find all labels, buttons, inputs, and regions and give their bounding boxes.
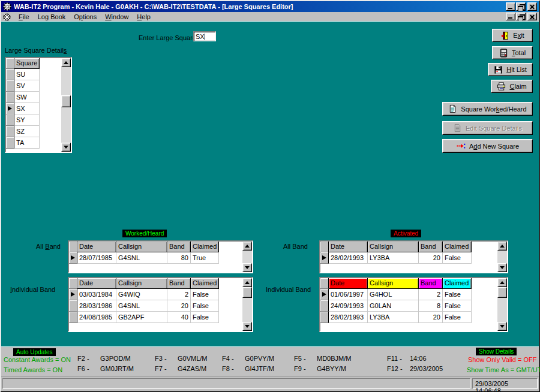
column-header-callsign[interactable]: Callsign <box>116 278 167 289</box>
cell-square: SU <box>14 69 40 80</box>
column-header-date[interactable]: Date <box>77 242 116 252</box>
status-bar-message-panel <box>2 378 470 389</box>
column-header-band[interactable]: Band <box>167 242 191 252</box>
cell-date: 28/02/1993 <box>329 252 368 264</box>
table-row[interactable]: 28/07/1985G4SNL80True <box>69 252 252 264</box>
table-row[interactable]: 28/02/1993LY3BA20False <box>320 312 507 323</box>
fkey-f6: F6 -GM0JRT/M <box>77 365 134 372</box>
square-worked-heard-button[interactable]: Square Worked/Heard <box>442 102 533 116</box>
column-header-square[interactable]: Square <box>14 58 40 69</box>
total-button-label: Total <box>512 49 526 56</box>
row-selector <box>6 80 14 92</box>
cell-date: 28/03/1986 <box>77 300 116 312</box>
scroll-down-button[interactable] <box>242 263 252 272</box>
close-button[interactable] <box>527 2 537 11</box>
scroll-down-button[interactable] <box>61 143 71 152</box>
table-row[interactable]: 28/03/1986G4SNL20False <box>69 300 252 312</box>
vertical-scrollbar[interactable] <box>497 278 507 331</box>
worked-all-band-label: All Band <box>36 243 61 250</box>
status-bar: 29/03/2005 14:06:48 <box>1 376 539 391</box>
cell-claimed: False <box>443 289 472 300</box>
claim-button[interactable]: Claim <box>491 80 533 93</box>
column-header-callsign[interactable]: Callsign <box>368 278 419 289</box>
square-worked-heard-button-label: Square Worked/Heard <box>461 105 526 113</box>
vertical-scrollbar[interactable] <box>497 242 507 272</box>
row-selector <box>320 312 329 323</box>
exit-door-icon <box>500 31 509 40</box>
vertical-scrollbar[interactable] <box>242 278 252 331</box>
status-panel: Auto Updates Constant Awards = ON Timed … <box>1 346 539 376</box>
edit-square-details-button[interactable]: Edit Square Details <box>442 121 533 135</box>
restore-button[interactable] <box>516 2 526 11</box>
cell-claimed: False <box>443 252 472 264</box>
exit-button[interactable]: Exit <box>492 29 533 42</box>
cell-band: 2 <box>167 289 191 300</box>
add-new-square-button[interactable]: Add New Square <box>442 139 533 153</box>
activated-all-band-table: DateCallsignBandClaimed28/02/1993LY3BA20… <box>319 240 508 273</box>
menu-item-window[interactable]: Window <box>101 13 133 21</box>
column-header-claimed[interactable]: Claimed <box>443 278 472 289</box>
current-row-indicator <box>71 255 75 260</box>
row-selector <box>6 114 14 126</box>
column-header-date[interactable]: Date <box>329 242 368 252</box>
row-selector <box>6 126 14 137</box>
cell-band: 8 <box>419 300 443 312</box>
large-square-details-label: Large Square Details <box>5 47 67 54</box>
column-header-claimed[interactable]: Claimed <box>443 242 472 252</box>
printer-icon <box>497 82 506 91</box>
scroll-down-button[interactable] <box>497 322 507 331</box>
column-header-band[interactable]: Band <box>419 278 443 289</box>
column-header-claimed[interactable]: Claimed <box>191 242 219 252</box>
column-header-callsign[interactable]: Callsign <box>368 242 419 252</box>
worked-all-band-table: DateCallsignBandClaimed28/07/1985G4SNL80… <box>68 240 253 273</box>
table-row[interactable]: 28/02/1993LY3BA20False <box>320 252 507 264</box>
minimize-button[interactable] <box>506 13 515 20</box>
column-header-date[interactable]: Date <box>77 278 116 289</box>
scroll-down-button[interactable] <box>242 322 252 331</box>
hit-list-button[interactable]: Hit List <box>488 63 533 76</box>
minimize-button[interactable] <box>506 2 515 11</box>
scroll-up-button[interactable] <box>497 242 507 251</box>
restore-button[interactable] <box>516 13 526 20</box>
menu-item-file[interactable]: File <box>14 13 34 21</box>
column-header-claimed[interactable]: Claimed <box>191 278 219 289</box>
table-row[interactable]: 24/08/1985GB2APF40False <box>69 312 252 323</box>
scrollbar-thumb[interactable] <box>497 287 507 298</box>
total-button[interactable]: Total <box>492 46 533 59</box>
enter-large-square-label: Enter Large Square <box>139 34 196 41</box>
vertical-scrollbar[interactable] <box>242 242 252 272</box>
table-row[interactable]: 24/09/1993G0LAN8False <box>320 300 507 312</box>
column-header-band[interactable]: Band <box>419 242 443 252</box>
scroll-up-button[interactable] <box>497 278 507 287</box>
exit-button-label: Exit <box>513 32 524 39</box>
scrollbar-thumb[interactable] <box>242 287 252 298</box>
constant-awards-status: Constant Awards = ON <box>4 356 71 363</box>
table-row[interactable]: 01/06/1997G4HOL2False <box>320 289 507 300</box>
table-row[interactable]: 03/03/1984G4WIQ2False <box>69 289 252 300</box>
scroll-up-button[interactable] <box>61 58 71 67</box>
fkey-f4: F4 -G0PVY/M <box>222 355 274 362</box>
cell-callsign: GB2APF <box>116 312 167 323</box>
column-header-date[interactable]: Date <box>329 278 368 289</box>
column-header-callsign[interactable]: Callsign <box>116 242 167 252</box>
cell-callsign: G4SNL <box>116 300 167 312</box>
enter-large-square-input[interactable]: SX <box>193 31 216 41</box>
vertical-scrollbar[interactable] <box>61 58 71 152</box>
scroll-up-button[interactable] <box>242 278 252 287</box>
cell-band: 20 <box>167 300 191 312</box>
cell-square: TA <box>14 137 40 149</box>
cell-claimed: False <box>191 312 219 323</box>
menu-item-options[interactable]: Options <box>70 13 101 21</box>
scroll-up-button[interactable] <box>242 242 252 251</box>
menu-item-help[interactable]: Help <box>133 13 155 21</box>
scrollbar-thumb[interactable] <box>61 95 71 107</box>
row-selector <box>69 300 77 312</box>
mdi-child-icon[interactable] <box>3 13 11 20</box>
cell-date: 03/03/1984 <box>77 289 116 300</box>
column-header-band[interactable]: Band <box>167 278 191 289</box>
scroll-down-button[interactable] <box>497 263 507 272</box>
menu-item-log-book[interactable]: Log Book <box>34 13 70 21</box>
close-button[interactable] <box>527 13 537 20</box>
title-bar: WAB-IT2 Program - Kevin Hale - G0AKH - C… <box>1 1 539 12</box>
fkey-f12: F12 -29/03/2005 <box>387 365 443 372</box>
